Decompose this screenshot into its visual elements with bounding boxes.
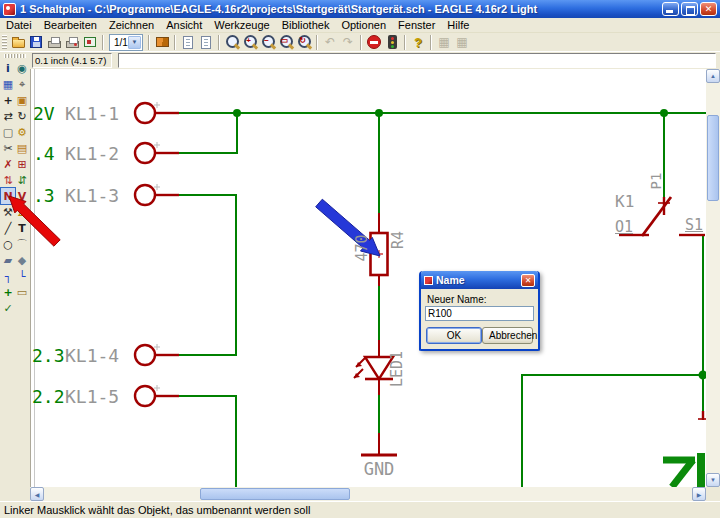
display-icon[interactable]: ▦ bbox=[1, 76, 15, 92]
mark-icon[interactable]: ⌖ bbox=[15, 76, 29, 92]
new-name-input[interactable] bbox=[425, 306, 534, 321]
erc-icon[interactable]: ✓ bbox=[1, 300, 15, 316]
close-button[interactable]: ✕ bbox=[700, 2, 717, 16]
dialog-close-icon[interactable]: ✕ bbox=[521, 274, 535, 287]
net-label-2-3[interactable]: 2.3 bbox=[32, 345, 65, 366]
pin-label-p1[interactable]: P1 bbox=[648, 167, 664, 195]
part-label-k1[interactable]: K1 bbox=[615, 192, 634, 211]
stop-button[interactable] bbox=[365, 34, 383, 51]
go-button[interactable] bbox=[383, 34, 401, 51]
minimize-button[interactable] bbox=[662, 2, 679, 16]
gnd-label[interactable]: GND bbox=[358, 459, 400, 479]
text-icon[interactable]: T bbox=[15, 220, 29, 236]
run-button[interactable] bbox=[197, 34, 215, 51]
bus-icon[interactable]: ┐ bbox=[1, 268, 15, 284]
ok-button[interactable]: OK bbox=[426, 327, 482, 344]
net-label-2-2[interactable]: 2.2 bbox=[32, 386, 65, 407]
copy-icon[interactable]: ▣ bbox=[15, 92, 29, 108]
script-button[interactable] bbox=[179, 34, 197, 51]
show-icon[interactable]: ◉ bbox=[15, 60, 29, 76]
vertical-scroll-thumb[interactable] bbox=[707, 115, 719, 201]
schematic-canvas[interactable]: 2V .4 .3 2.3 2.2 KL1-1 KL1-2 KL1-3 KL1-4… bbox=[30, 69, 706, 487]
menu-datei[interactable]: Datei bbox=[0, 18, 38, 33]
command-line-input[interactable] bbox=[118, 53, 716, 68]
horizontal-scrollbar[interactable]: ◀ ▶ bbox=[30, 487, 706, 501]
redo-button[interactable]: ↷ bbox=[339, 34, 357, 51]
part-label-kl1-4[interactable]: KL1-4 bbox=[65, 345, 119, 366]
vertical-scrollbar[interactable]: ▲ ▼ bbox=[706, 69, 720, 487]
zoom-in-button[interactable]: + bbox=[241, 34, 259, 51]
pin-label-o1[interactable]: O1 bbox=[615, 218, 633, 236]
grid-dots-button[interactable]: ▦ bbox=[453, 34, 471, 51]
menu-hilfe[interactable]: Hilfe bbox=[441, 18, 475, 33]
title-bar[interactable]: 1 Schaltplan - C:\Programme\EAGLE-4.16r2… bbox=[0, 0, 720, 18]
scroll-right-button[interactable]: ▶ bbox=[692, 487, 706, 501]
menu-bibliothek[interactable]: Bibliothek bbox=[276, 18, 336, 33]
part-label-kl1-1[interactable]: KL1-1 bbox=[65, 103, 119, 124]
info-icon[interactable]: i bbox=[1, 60, 15, 76]
delete-icon[interactable]: ✗ bbox=[1, 156, 15, 172]
value-label-470[interactable]: 470 bbox=[353, 233, 371, 263]
part-label-s1[interactable]: S1 bbox=[685, 216, 703, 234]
gateswap-icon[interactable]: ⇵ bbox=[15, 172, 29, 188]
value-icon[interactable]: V bbox=[15, 188, 29, 204]
help-button[interactable]: ? bbox=[409, 34, 427, 51]
junction-icon[interactable]: + bbox=[1, 284, 15, 300]
zoom-out-button[interactable]: − bbox=[259, 34, 277, 51]
cut-icon[interactable]: ✂ bbox=[1, 140, 15, 156]
part-label-r4[interactable]: R4 bbox=[389, 225, 407, 255]
smash-icon[interactable]: ⚒ bbox=[1, 204, 15, 220]
move-icon[interactable]: + bbox=[1, 92, 15, 108]
part-label-kl1-5[interactable]: KL1-5 bbox=[65, 386, 119, 407]
cancel-button[interactable]: Abbrechen bbox=[482, 327, 533, 344]
menu-bearbeiten[interactable]: Bearbeiten bbox=[38, 18, 103, 33]
menu-ansicht[interactable]: Ansicht bbox=[160, 18, 208, 33]
part-label-kl1-3[interactable]: KL1-3 bbox=[65, 185, 119, 206]
zoom-redraw-button[interactable]: ↻ bbox=[295, 34, 313, 51]
net-icon[interactable]: └ bbox=[15, 268, 29, 284]
add-icon[interactable]: ⊞ bbox=[15, 156, 29, 172]
scroll-up-button[interactable]: ▲ bbox=[706, 69, 720, 83]
rotate-icon[interactable]: ↻ bbox=[15, 108, 29, 124]
polygon-icon[interactable]: ◆ bbox=[15, 252, 29, 268]
restore-button[interactable] bbox=[681, 2, 698, 16]
menu-fenster[interactable]: Fenster bbox=[392, 18, 441, 33]
grid-button[interactable]: ▦ bbox=[435, 34, 453, 51]
horizontal-scroll-thumb[interactable] bbox=[200, 488, 350, 500]
sheet-selector[interactable]: 1/1 ▼ bbox=[109, 34, 143, 51]
kl1-connector-pins[interactable] bbox=[135, 103, 179, 406]
open-button[interactable] bbox=[9, 34, 27, 51]
net-label-x2-3[interactable]: .3 bbox=[33, 185, 55, 206]
rect-icon[interactable]: ▰ bbox=[1, 252, 15, 268]
undo-button[interactable]: ↶ bbox=[321, 34, 339, 51]
paste-icon[interactable]: ▤ bbox=[15, 140, 29, 156]
cam-processor-button[interactable] bbox=[63, 34, 81, 51]
menu-optionen[interactable]: Optionen bbox=[335, 18, 392, 33]
circle-icon[interactable]: ○ bbox=[1, 236, 15, 252]
chevron-down-icon[interactable]: ▼ bbox=[128, 36, 141, 49]
scroll-left-button[interactable]: ◀ bbox=[30, 487, 44, 501]
zoom-fit-button[interactable] bbox=[223, 34, 241, 51]
group-icon[interactable]: ▢ bbox=[1, 124, 15, 140]
part-label-led1[interactable]: LED1 bbox=[388, 349, 406, 389]
scroll-down-button[interactable]: ▼ bbox=[706, 473, 720, 487]
pinswap-icon[interactable]: ⇅ bbox=[1, 172, 15, 188]
net-label-x2-4[interactable]: .4 bbox=[33, 143, 55, 164]
label-icon[interactable]: ▭ bbox=[15, 284, 29, 300]
change-icon[interactable]: ⚙ bbox=[15, 124, 29, 140]
dialog-title-bar[interactable]: Name ✕ bbox=[421, 271, 538, 289]
name-icon[interactable]: N bbox=[1, 188, 15, 204]
mirror-icon[interactable]: ⇄ bbox=[1, 108, 15, 124]
arc-icon[interactable]: ⌒ bbox=[15, 236, 29, 252]
print-button[interactable] bbox=[45, 34, 63, 51]
part-label-kl1-2[interactable]: KL1-2 bbox=[65, 143, 119, 164]
miter-icon[interactable]: ∠ bbox=[15, 204, 29, 220]
board-button[interactable] bbox=[81, 34, 99, 51]
wire-icon[interactable]: ╱ bbox=[1, 220, 15, 236]
save-button[interactable] bbox=[27, 34, 45, 51]
use-library-button[interactable] bbox=[153, 34, 171, 51]
menu-zeichnen[interactable]: Zeichnen bbox=[103, 18, 160, 33]
zoom-select-button[interactable]: ▭ bbox=[277, 34, 295, 51]
menu-werkzeuge[interactable]: Werkzeuge bbox=[208, 18, 275, 33]
gnd-symbol[interactable] bbox=[361, 433, 397, 455]
